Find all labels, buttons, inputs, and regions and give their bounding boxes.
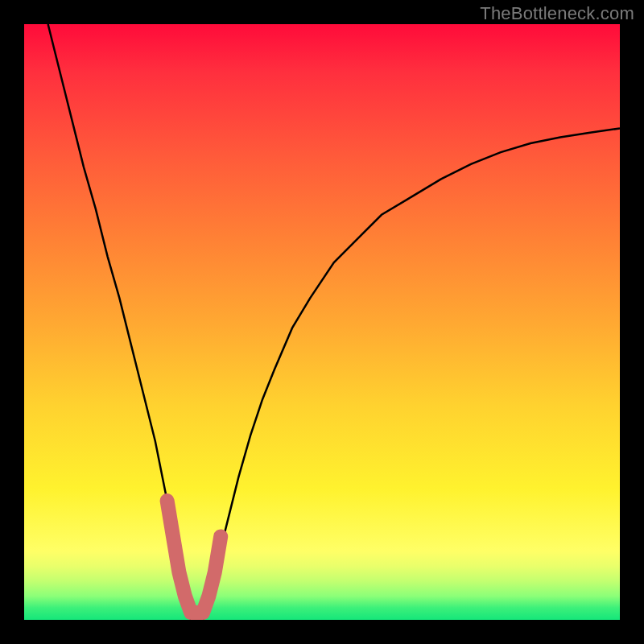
bottleneck-curve [48,24,620,620]
chart-svg [24,24,620,620]
minimum-marker-segment [167,501,221,613]
attribution-text: TheBottleneck.com [480,3,634,24]
chart-frame: TheBottleneck.com [0,0,644,644]
